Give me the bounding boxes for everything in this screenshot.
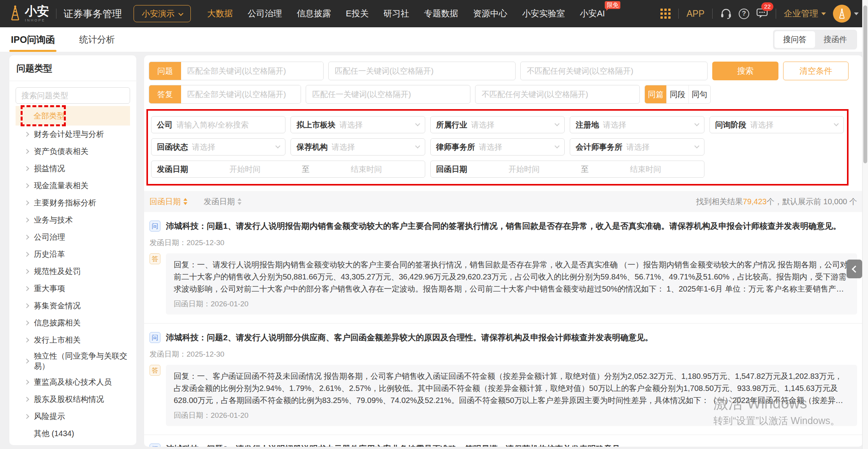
nav-ai[interactable]: 小安AI 限免: [580, 8, 605, 19]
result-list: 问 沛城科技：问题1、请发行人说明报告期内销售金额变动较大的客户主要合同的签署执…: [144, 212, 863, 447]
nav-resource-center[interactable]: 资源中心: [473, 8, 507, 19]
question-match-all-input[interactable]: [181, 62, 323, 80]
nav-study-club[interactable]: 研习社: [384, 8, 409, 19]
chevron-down-icon: [555, 143, 560, 148]
divider: [9, 81, 136, 81]
sidebar-item-history[interactable]: 历史沿革: [16, 246, 130, 263]
chevron-down-icon: [178, 11, 183, 16]
divider: [56, 9, 56, 19]
sidebar-item-risk[interactable]: 风险提示: [16, 408, 130, 425]
sidebar-item-label: 财务会计处理与分析: [34, 129, 104, 139]
sidebar-item-other[interactable]: 其他 (1434): [16, 425, 130, 442]
question-row[interactable]: 问 沛城科技：问题2、请发行人说明部分供应商、客户回函金额差异较大的原因及合理性…: [150, 331, 857, 344]
chevron-right-icon: [24, 132, 29, 137]
sidebar-item-profit-loss[interactable]: 损益情况: [16, 160, 130, 177]
reply-status-select[interactable]: 回函状态 请选择: [151, 138, 285, 156]
result-item: 问 沛城科技：问题2、请发行人说明部分供应商、客户回函金额差异较大的原因及合理性…: [144, 323, 863, 426]
sidebar-item-key-indicators[interactable]: 主要财务指标分析: [16, 194, 130, 211]
chevron-down-icon: [415, 143, 420, 148]
collapse-panel-button[interactable]: [847, 260, 862, 278]
sidebar-item-label: 公司治理: [34, 232, 65, 242]
brand-logo[interactable]: 小安 INHOPE: [9, 5, 49, 23]
sort-by-reply-date[interactable]: 回函日期: [150, 196, 187, 207]
headset-support-icon[interactable]: [720, 9, 732, 19]
chevron-down-icon: [276, 143, 281, 148]
question-type-search-input[interactable]: [16, 87, 130, 104]
sidebar-item-raised-funds[interactable]: 募集资金情况: [16, 297, 130, 314]
date-to-label: 至: [581, 164, 589, 175]
send-date-range-picker[interactable]: 发函日期 开始时间 至 结束时间: [151, 161, 425, 178]
question-match-any-input[interactable]: [328, 62, 516, 80]
region-select[interactable]: 注册地 请选择: [570, 116, 704, 133]
sidebar-item-business-tech[interactable]: 业务与技术: [16, 211, 130, 228]
answer-match-all-input[interactable]: [181, 85, 301, 103]
sidebar-item-executives[interactable]: 董监高及核心技术人员: [16, 373, 130, 391]
reply-date-range-picker[interactable]: 回函日期 开始时间 至 结束时间: [430, 161, 704, 178]
send-date-line: 发函日期：2025-12-30: [150, 238, 857, 248]
question-row[interactable]: 问 沛城科技：问题3、请发行人说明招股说明书中元器件应用方案业务披露是否准确、简…: [150, 443, 857, 447]
accounting-firm-select[interactable]: 会计师事务所 请选择: [570, 138, 704, 156]
sidebar-item-balance-sheet[interactable]: 资产负债表相关: [16, 143, 130, 160]
mode-search-letter[interactable]: 搜函件: [815, 31, 856, 48]
user-avatar-menu[interactable]: [833, 5, 859, 23]
search-button[interactable]: 搜索: [712, 62, 778, 80]
nav-info-disclosure[interactable]: 信息披露: [297, 8, 331, 19]
sidebar-item-shareholders[interactable]: 股东及股权结构情况: [16, 391, 130, 408]
sidebar-item-compliance[interactable]: 规范性及处罚: [16, 263, 130, 280]
filter-row-3: 发函日期 开始时间 至 结束时间 回函日期 开始时间 至 结束时间: [151, 161, 844, 178]
answer-match-none-input[interactable]: [475, 85, 640, 104]
chevron-right-icon: [24, 235, 29, 240]
nav-corp-governance[interactable]: 公司治理: [248, 8, 282, 19]
sidebar-item-major-matters[interactable]: 重大事项: [16, 280, 130, 297]
nav-lab[interactable]: 小安实验室: [522, 8, 565, 19]
sidebar-item-label: 股东及股权结构情况: [34, 394, 104, 404]
scope-same-paragraph[interactable]: 同段: [666, 85, 688, 103]
org-management-menu[interactable]: 企业管理: [784, 8, 826, 19]
sidebar-item-finance-accounting[interactable]: 财务会计处理与分析: [16, 126, 130, 143]
help-icon[interactable]: ?: [739, 9, 749, 19]
question-row[interactable]: 问 沛城科技：问题1、请发行人说明报告期内销售金额变动较大的客户主要合同的签署执…: [150, 220, 857, 232]
chevron-right-icon: [24, 252, 29, 257]
law-firm-select[interactable]: 律师事务所 请选择: [430, 138, 565, 156]
nav-e-ir[interactable]: E投关: [346, 8, 369, 19]
messages-icon[interactable]: 22: [756, 8, 768, 20]
mode-search-qa[interactable]: 搜问答: [775, 31, 815, 48]
environment-selector[interactable]: 小安演示: [134, 5, 191, 22]
question-badge-icon: 问: [150, 332, 160, 343]
sponsor-select[interactable]: 保荐机构 请选择: [291, 138, 425, 156]
company-filter-label: 公司: [157, 120, 173, 130]
main-panel: 问题 搜索 清空条件 答复 同篇 同段 同句: [144, 55, 863, 447]
sidebar-item-listing[interactable]: 发行上市相关: [16, 331, 130, 348]
sidebar-item-cash-flow[interactable]: 现金流量表相关: [16, 177, 130, 194]
inquiry-stage-select[interactable]: 问询阶段 请选择: [710, 116, 844, 133]
industry-select-placeholder: 请选择: [471, 120, 495, 130]
answer-match-any-input[interactable]: [306, 85, 470, 104]
page-scrollbar[interactable]: [862, 0, 868, 449]
scope-same-sentence[interactable]: 同句: [688, 85, 710, 103]
scrollbar-thumb[interactable]: [863, 5, 867, 163]
question-match-none-input[interactable]: [520, 62, 708, 80]
sort-by-send-date[interactable]: 发函日期: [204, 196, 241, 207]
region-select-placeholder: 请选择: [603, 120, 626, 130]
sidebar-item-disclosure[interactable]: 信息披露相关: [16, 314, 130, 331]
board-select[interactable]: 拟上市板块 请选择: [291, 116, 425, 133]
chevron-right-icon: [24, 183, 29, 188]
nav-topic-data[interactable]: 专题数据: [424, 8, 458, 19]
inquiry-stage-select-placeholder: 请选择: [750, 120, 774, 130]
reply-date-line: 回函日期：2026-01-20: [174, 299, 849, 309]
nav-big-data[interactable]: 大数据: [207, 8, 233, 19]
sidebar-item-corp-governance[interactable]: 公司治理: [16, 228, 130, 246]
chevron-down-icon: [415, 121, 420, 126]
company-filter[interactable]: 公司 请输入简称/全称搜索: [151, 116, 285, 133]
search-mode-toggle: 搜问答 搜函件: [773, 30, 857, 49]
sidebar-item-independence[interactable]: 独立性（同业竞争与关联交易）: [16, 348, 130, 373]
chevron-right-icon: [24, 269, 29, 274]
tab-statistics[interactable]: 统计分析: [79, 27, 115, 52]
apps-grid-icon[interactable]: [660, 9, 671, 19]
app-link[interactable]: APP: [687, 9, 704, 19]
scope-same-document[interactable]: 同篇: [645, 85, 666, 103]
tab-ipo-inquiry[interactable]: IPO问询函: [11, 27, 55, 52]
sidebar-item-all-types[interactable]: 全部类型: [16, 106, 130, 126]
clear-conditions-button[interactable]: 清空条件: [783, 62, 849, 80]
industry-select[interactable]: 所属行业 请选择: [430, 116, 565, 133]
